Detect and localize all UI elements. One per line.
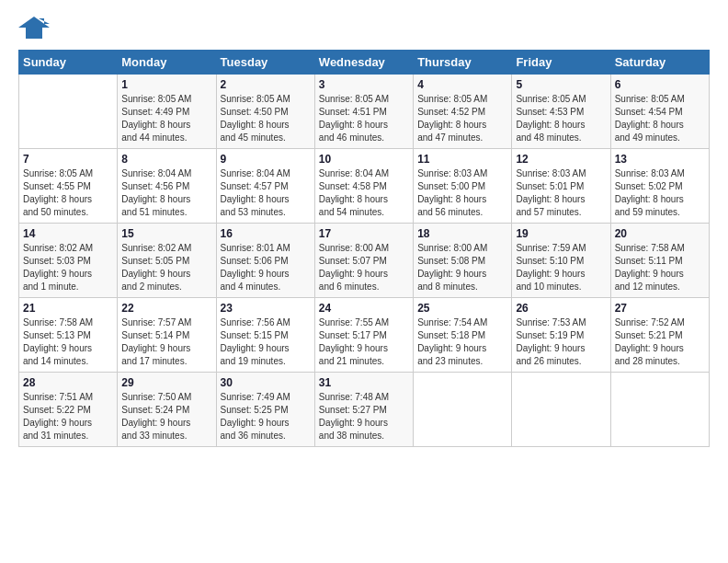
day-detail: Sunrise: 7:53 AMSunset: 5:19 PMDaylight:… [516, 316, 606, 368]
calendar-cell: 16Sunrise: 8:01 AMSunset: 5:06 PMDayligh… [216, 224, 314, 298]
calendar-cell: 12Sunrise: 8:03 AMSunset: 5:01 PMDayligh… [512, 149, 610, 224]
day-number: 26 [516, 302, 606, 315]
day-detail: Sunrise: 7:51 AMSunset: 5:22 PMDaylight:… [23, 391, 113, 442]
calendar-cell: 21Sunrise: 7:58 AMSunset: 5:13 PMDayligh… [19, 298, 118, 373]
day-detail: Sunrise: 8:04 AMSunset: 4:58 PMDaylight:… [319, 167, 409, 219]
day-number: 23 [221, 302, 311, 315]
day-detail: Sunrise: 7:55 AMSunset: 5:17 PMDaylight:… [319, 316, 409, 368]
weekday-header-thursday: Thursday [414, 51, 512, 75]
day-number: 1 [121, 78, 211, 91]
calendar-cell: 30Sunrise: 7:49 AMSunset: 5:25 PMDayligh… [216, 373, 314, 447]
day-number: 9 [221, 153, 311, 166]
calendar-cell: 3Sunrise: 8:05 AMSunset: 4:51 PMDaylight… [314, 75, 413, 149]
logo-icon [18, 15, 50, 40]
day-detail: Sunrise: 8:05 AMSunset: 4:53 PMDaylight:… [516, 93, 606, 144]
calendar-cell [19, 75, 118, 149]
day-detail: Sunrise: 8:03 AMSunset: 5:02 PMDaylight:… [615, 167, 705, 219]
calendar-header: SundayMondayTuesdayWednesdayThursdayFrid… [19, 51, 710, 75]
day-number: 11 [417, 153, 507, 166]
calendar-week-1: 1Sunrise: 8:05 AMSunset: 4:49 PMDaylight… [19, 75, 710, 149]
weekday-header-friday: Friday [512, 51, 610, 75]
calendar-cell: 15Sunrise: 8:02 AMSunset: 5:05 PMDayligh… [118, 224, 216, 298]
weekday-header-sunday: Sunday [19, 51, 118, 75]
calendar-week-5: 28Sunrise: 7:51 AMSunset: 5:22 PMDayligh… [19, 373, 710, 447]
weekday-header-saturday: Saturday [610, 51, 709, 75]
day-number: 10 [319, 153, 409, 166]
day-number: 12 [516, 153, 606, 166]
calendar-cell: 4Sunrise: 8:05 AMSunset: 4:52 PMDaylight… [414, 75, 512, 149]
day-detail: Sunrise: 7:58 AMSunset: 5:11 PMDaylight:… [615, 242, 705, 293]
day-detail: Sunrise: 8:05 AMSunset: 4:52 PMDaylight:… [417, 93, 507, 144]
day-detail: Sunrise: 8:01 AMSunset: 5:06 PMDaylight:… [221, 242, 311, 293]
day-number: 21 [23, 302, 113, 315]
calendar-week-2: 7Sunrise: 8:05 AMSunset: 4:55 PMDaylight… [19, 149, 710, 224]
day-detail: Sunrise: 8:00 AMSunset: 5:07 PMDaylight:… [319, 242, 409, 293]
day-number: 30 [221, 376, 311, 389]
calendar-cell: 14Sunrise: 8:02 AMSunset: 5:03 PMDayligh… [19, 224, 118, 298]
calendar-week-3: 14Sunrise: 8:02 AMSunset: 5:03 PMDayligh… [19, 224, 710, 298]
day-number: 13 [615, 153, 705, 166]
day-number: 5 [516, 78, 606, 91]
day-number: 17 [319, 227, 409, 240]
calendar-cell: 22Sunrise: 7:57 AMSunset: 5:14 PMDayligh… [118, 298, 216, 373]
day-number: 27 [615, 302, 705, 315]
day-detail: Sunrise: 7:50 AMSunset: 5:24 PMDaylight:… [121, 391, 211, 442]
calendar-cell: 6Sunrise: 8:05 AMSunset: 4:54 PMDaylight… [610, 75, 709, 149]
day-detail: Sunrise: 8:05 AMSunset: 4:54 PMDaylight:… [615, 93, 705, 144]
day-detail: Sunrise: 8:04 AMSunset: 4:56 PMDaylight:… [121, 167, 211, 219]
calendar-cell: 18Sunrise: 8:00 AMSunset: 5:08 PMDayligh… [414, 224, 512, 298]
day-number: 2 [221, 78, 311, 91]
calendar-cell [414, 373, 512, 447]
day-detail: Sunrise: 7:57 AMSunset: 5:14 PMDaylight:… [121, 316, 211, 368]
day-number: 8 [121, 153, 211, 166]
calendar-cell: 19Sunrise: 7:59 AMSunset: 5:10 PMDayligh… [512, 224, 610, 298]
day-detail: Sunrise: 7:48 AMSunset: 5:27 PMDaylight:… [319, 391, 409, 442]
calendar-cell: 2Sunrise: 8:05 AMSunset: 4:50 PMDaylight… [216, 75, 314, 149]
calendar-cell: 28Sunrise: 7:51 AMSunset: 5:22 PMDayligh… [19, 373, 118, 447]
calendar-cell: 10Sunrise: 8:04 AMSunset: 4:58 PMDayligh… [314, 149, 413, 224]
day-number: 16 [221, 227, 311, 240]
header [18, 15, 710, 40]
calendar-cell: 5Sunrise: 8:05 AMSunset: 4:53 PMDaylight… [512, 75, 610, 149]
weekday-header-wednesday: Wednesday [314, 51, 413, 75]
day-detail: Sunrise: 7:54 AMSunset: 5:18 PMDaylight:… [417, 316, 507, 368]
day-number: 7 [23, 153, 113, 166]
day-detail: Sunrise: 8:02 AMSunset: 5:05 PMDaylight:… [121, 242, 211, 293]
day-detail: Sunrise: 7:52 AMSunset: 5:21 PMDaylight:… [615, 316, 705, 368]
day-detail: Sunrise: 7:56 AMSunset: 5:15 PMDaylight:… [221, 316, 311, 368]
day-number: 31 [319, 376, 409, 389]
calendar-cell: 9Sunrise: 8:04 AMSunset: 4:57 PMDaylight… [216, 149, 314, 224]
calendar-cell: 13Sunrise: 8:03 AMSunset: 5:02 PMDayligh… [610, 149, 709, 224]
day-number: 29 [121, 376, 211, 389]
day-detail: Sunrise: 8:05 AMSunset: 4:51 PMDaylight:… [319, 93, 409, 144]
calendar-cell: 27Sunrise: 7:52 AMSunset: 5:21 PMDayligh… [610, 298, 709, 373]
day-number: 22 [121, 302, 211, 315]
day-number: 15 [121, 227, 211, 240]
calendar-body: 1Sunrise: 8:05 AMSunset: 4:49 PMDaylight… [19, 75, 710, 447]
weekday-row: SundayMondayTuesdayWednesdayThursdayFrid… [19, 51, 710, 75]
calendar-cell: 26Sunrise: 7:53 AMSunset: 5:19 PMDayligh… [512, 298, 610, 373]
day-detail: Sunrise: 8:05 AMSunset: 4:49 PMDaylight:… [121, 93, 211, 144]
day-number: 24 [319, 302, 409, 315]
day-detail: Sunrise: 7:59 AMSunset: 5:10 PMDaylight:… [516, 242, 606, 293]
calendar-cell: 23Sunrise: 7:56 AMSunset: 5:15 PMDayligh… [216, 298, 314, 373]
day-number: 28 [23, 376, 113, 389]
page: SundayMondayTuesdayWednesdayThursdayFrid… [0, 0, 728, 456]
day-number: 3 [319, 78, 409, 91]
calendar-cell: 25Sunrise: 7:54 AMSunset: 5:18 PMDayligh… [414, 298, 512, 373]
calendar-cell: 7Sunrise: 8:05 AMSunset: 4:55 PMDaylight… [19, 149, 118, 224]
day-detail: Sunrise: 7:58 AMSunset: 5:13 PMDaylight:… [23, 316, 113, 368]
day-detail: Sunrise: 8:05 AMSunset: 4:55 PMDaylight:… [23, 167, 113, 219]
calendar-cell: 29Sunrise: 7:50 AMSunset: 5:24 PMDayligh… [118, 373, 216, 447]
day-number: 20 [615, 227, 705, 240]
calendar-table: SundayMondayTuesdayWednesdayThursdayFrid… [18, 50, 710, 447]
day-number: 4 [417, 78, 507, 91]
day-number: 18 [417, 227, 507, 240]
day-detail: Sunrise: 8:02 AMSunset: 5:03 PMDaylight:… [23, 242, 113, 293]
calendar-cell: 31Sunrise: 7:48 AMSunset: 5:27 PMDayligh… [314, 373, 413, 447]
logo [18, 15, 53, 40]
calendar-cell [610, 373, 709, 447]
day-number: 19 [516, 227, 606, 240]
day-detail: Sunrise: 8:00 AMSunset: 5:08 PMDaylight:… [417, 242, 507, 293]
day-detail: Sunrise: 8:05 AMSunset: 4:50 PMDaylight:… [221, 93, 311, 144]
